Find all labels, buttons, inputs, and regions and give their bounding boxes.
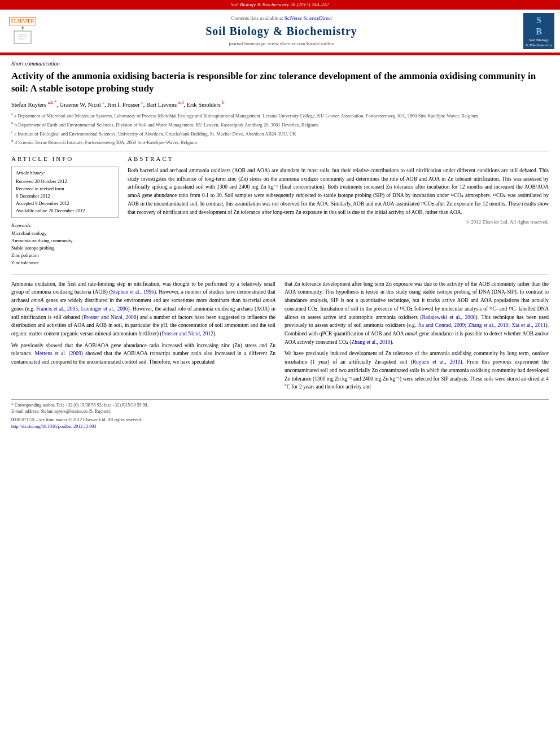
corresponding-footnote: * Corresponding author. Tel.: +32 (0) 15… (11, 402, 549, 408)
journal-citation-text: Soil Biology & Biochemistry 58 (2013) 24… (231, 2, 329, 7)
abstract-label: ABSTRACT (128, 155, 549, 163)
journal-logo-box: S B Soil Biology& Biochemistry (523, 13, 554, 49)
accepted-date: Accepted 9 December 2012 (16, 200, 114, 207)
elsevier-logo: ELSEVIER (6, 17, 40, 45)
ref-mertens-2009[interactable]: Mertens et al. (2009) (34, 351, 82, 356)
body-text-section: Ammonia oxidation, the first and rate-li… (0, 280, 560, 395)
journal-citation-bar: Soil Biology & Biochemistry 58 (2013) 24… (0, 0, 560, 10)
affiliation-b: b b Department of Earth and Environmenta… (11, 120, 549, 129)
ref-prosser-nicol-2008[interactable]: Prosser and Nicol, 2008 (84, 314, 137, 320)
doi-link[interactable]: http://dx.doi.org/10.1016/j.soilbio.2012… (11, 424, 96, 429)
elsevier-icon (11, 27, 34, 45)
revised-date: 6 December 2012 (16, 193, 114, 200)
body-paragraph-2: We previously showed that the AOB/AOA ge… (11, 342, 275, 366)
article-history-box: Article history: Received 28 October 201… (11, 167, 119, 218)
section-type-label: Short communication (11, 60, 549, 68)
ref-jia-2009[interactable]: Jia and Conrad, 2009 (418, 322, 465, 328)
affiliation-a: a a Department of Microbial and Molecula… (11, 111, 549, 120)
sciverse-line: Contents lists available at SciVerse Sci… (40, 15, 523, 22)
keyword-1: Microbial ecology (11, 230, 119, 237)
keyword-5: Zinc tolerance (11, 260, 119, 267)
body-right-column: that Zn tolerance development after long… (285, 280, 549, 395)
article-content: Short communication Activity of the ammo… (0, 55, 560, 272)
body-paragraph-1: Ammonia oxidation, the first and rate-li… (11, 280, 275, 338)
ref-francis-2005[interactable]: Francis et al., 2005 (36, 306, 78, 312)
keywords-title: Keywords: (11, 222, 119, 229)
sciverse-link[interactable]: SciVerse ScienceDirect (285, 15, 332, 21)
email-link[interactable]: Stefan.ruyters@lessius.eu (41, 409, 88, 414)
keyword-3: Stable isotope probing (11, 245, 119, 252)
article-info-label: ARTICLE INFO (11, 155, 119, 163)
abstract-text: Both bacterial and archaeal ammonia oxid… (128, 167, 549, 216)
body-left-column: Ammonia oxidation, the first and rate-li… (11, 280, 275, 395)
ref-zhang-2010[interactable]: Zhang et al., 2010 (468, 322, 508, 328)
ref-leininger-2006[interactable]: Leininger et al., 2006 (81, 306, 128, 312)
journal-header-center: Contents lists available at SciVerse Sci… (40, 15, 523, 47)
elsevier-logo-text: ELSEVIER (9, 17, 36, 25)
article-title: Activity of the ammonia oxidising bacter… (11, 70, 549, 95)
abstract-column: ABSTRACT Both bacterial and archaeal amm… (128, 155, 549, 267)
info-abstract-section: ARTICLE INFO Article history: Received 2… (11, 155, 549, 267)
ref-stephen-1996[interactable]: Stephen et al., 1996 (111, 289, 154, 295)
body-divider (11, 274, 549, 274)
authors-line: Stefan Ruyters a,b,*, Graeme W. Nicol c,… (11, 99, 549, 109)
affiliation-c: c c Institute of Biological and Environm… (11, 129, 549, 138)
body-paragraph-3: that Zn tolerance development after long… (285, 280, 549, 347)
email-footnote: E-mail address: Stefan.ruyters@lessius.e… (11, 408, 549, 414)
svg-point-2 (21, 27, 24, 29)
ref-ruyters-2010[interactable]: Ruyters et al., 2010 (413, 359, 461, 365)
svg-rect-0 (14, 31, 31, 43)
keyword-2: Ammonia oxidising community (11, 238, 119, 244)
keyword-4: Zinc pollution (11, 252, 119, 259)
affiliations: a a Department of Microbial and Molecula… (11, 111, 549, 146)
copyright-line: © 2012 Elsevier Ltd. All rights reserved… (128, 219, 549, 226)
ref-zhang-2010b[interactable]: Zhang et al., 2010 (352, 339, 391, 345)
history-title: Article history: (16, 170, 114, 177)
journal-header: ELSEVIER Contents lists available at Sci… (0, 10, 560, 54)
footnote-area: * Corresponding author. Tel.: +32 (0) 15… (11, 399, 549, 430)
journal-homepage: journal homepage: www.elsevier.com/locat… (40, 40, 523, 47)
ref-prosser-nicol-2012[interactable]: Prosser and Nicol, 2012 (162, 331, 213, 337)
ref-xia-2011[interactable]: Xia et al., 2011 (511, 322, 545, 328)
journal-title: Soil Biology & Biochemistry (40, 23, 523, 39)
available-date: Available online 20 December 2012 (16, 208, 114, 215)
keywords-section: Keywords: Microbial ecology Ammonia oxid… (11, 222, 119, 266)
revised-label: Received in revised form (16, 186, 114, 193)
section-divider (11, 151, 549, 151)
affiliation-d: d d Scientia Terrae Research Institute, … (11, 138, 549, 146)
body-paragraph-4: We have previously induced development o… (285, 350, 549, 391)
article-info-column: ARTICLE INFO Article history: Received 2… (11, 155, 119, 267)
issn-line: 0038-0717/$ – see front matter © 2012 El… (11, 417, 549, 423)
received-date: Received 28 October 2012 (16, 178, 114, 185)
ref-radajewski-2000[interactable]: Radajewski et al., 2000 (422, 314, 475, 320)
